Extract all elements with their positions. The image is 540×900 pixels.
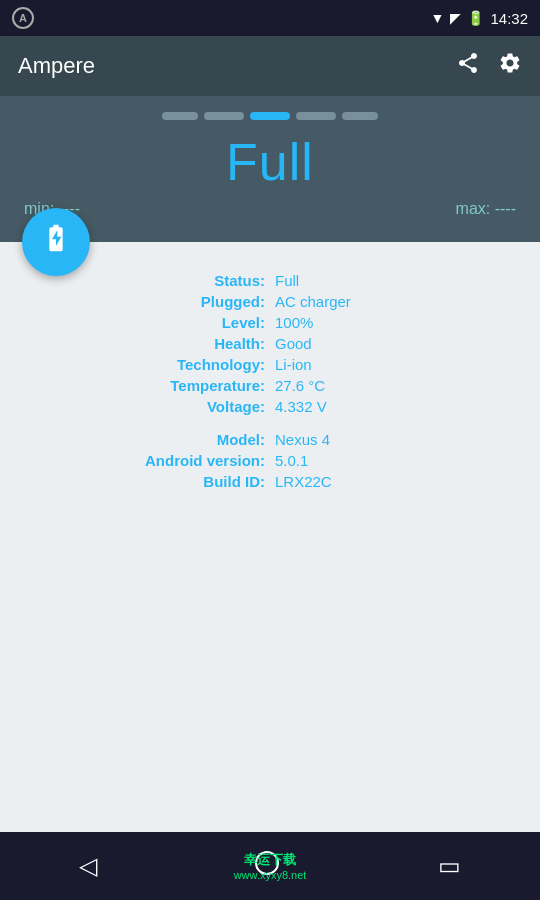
settings-icon[interactable]: [498, 51, 522, 81]
watermark-line2: www.xyxy8.net: [234, 869, 307, 881]
info-row: Status:Full: [110, 272, 520, 289]
info-row: Build ID:LRX22C: [110, 473, 520, 490]
info-row: Health:Good: [110, 335, 520, 352]
info-label: Model:: [110, 431, 265, 448]
info-row: Plugged:AC charger: [110, 293, 520, 310]
content-area: Status:FullPlugged:AC chargerLevel:100%H…: [0, 242, 540, 832]
status-time: 14:32: [490, 10, 528, 27]
app-bar: Ampere: [0, 36, 540, 96]
dash-4: [296, 112, 336, 120]
info-row: Technology:Li-ion: [110, 356, 520, 373]
info-label: Voltage:: [110, 398, 265, 415]
dash-1: [162, 112, 198, 120]
dash-3-active: [250, 112, 290, 120]
max-label: max: ----: [456, 200, 516, 218]
watermark: 幸运下载 www.xyxy8.net: [234, 851, 307, 881]
info-value: AC charger: [275, 293, 351, 310]
info-row: Level:100%: [110, 314, 520, 331]
dash-2: [204, 112, 244, 120]
info-table: Status:FullPlugged:AC chargerLevel:100%H…: [0, 272, 540, 490]
info-label: Health:: [110, 335, 265, 352]
info-value: Nexus 4: [275, 431, 330, 448]
max-value: ----: [495, 200, 516, 217]
status-bar: A ▼ ◤ 🔋 14:32: [0, 0, 540, 36]
signal-icon: ◤: [450, 10, 461, 26]
min-max-row: min: ---- max: ----: [0, 200, 540, 218]
battery-bolt-icon: [40, 222, 72, 262]
info-label: Build ID:: [110, 473, 265, 490]
status-bar-left: A: [12, 7, 34, 29]
share-icon[interactable]: [456, 51, 480, 81]
info-label: Temperature:: [110, 377, 265, 394]
status-bar-right: ▼ ◤ 🔋 14:32: [431, 10, 528, 27]
info-label: Plugged:: [110, 293, 265, 310]
info-row: Voltage:4.332 V: [110, 398, 520, 415]
battery-circle-icon: [22, 208, 90, 276]
info-value: Li-ion: [275, 356, 312, 373]
back-button[interactable]: ◁: [79, 852, 97, 880]
info-row: Android version:5.0.1: [110, 452, 520, 469]
info-row: Model:Nexus 4: [110, 431, 520, 448]
dash-indicators: [162, 112, 378, 120]
info-value: 5.0.1: [275, 452, 308, 469]
info-value: Good: [275, 335, 312, 352]
info-value: Full: [275, 272, 299, 289]
info-value: 4.332 V: [275, 398, 327, 415]
info-label: Status:: [110, 272, 265, 289]
info-value: 27.6 °C: [275, 377, 325, 394]
app-indicator-icon: A: [12, 7, 34, 29]
app-actions: [456, 51, 522, 81]
wifi-icon: ▼: [431, 10, 445, 26]
info-row: Temperature:27.6 °C: [110, 377, 520, 394]
info-value: LRX22C: [275, 473, 332, 490]
recents-button[interactable]: ▭: [438, 852, 461, 880]
bottom-nav: ◁ 幸运下载 www.xyxy8.net ▭: [0, 832, 540, 900]
dash-5: [342, 112, 378, 120]
watermark-line1: 幸运下载: [234, 851, 307, 869]
info-value: 100%: [275, 314, 313, 331]
info-label: Level:: [110, 314, 265, 331]
app-title: Ampere: [18, 53, 95, 79]
info-label: Technology:: [110, 356, 265, 373]
charge-status: Full: [226, 132, 314, 192]
info-label: Android version:: [110, 452, 265, 469]
battery-status-icon: 🔋: [467, 10, 484, 26]
